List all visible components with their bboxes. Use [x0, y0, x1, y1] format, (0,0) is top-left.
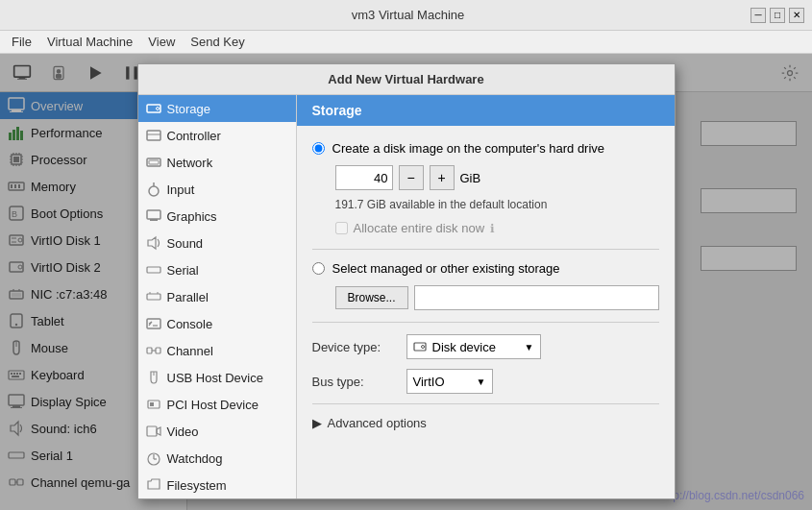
titlebar: vm3 Virtual Machine ─ □ ✕: [0, 0, 812, 31]
svg-rect-90: [150, 402, 154, 406]
modal-content-panel: Storage Create a disk image on the compu…: [297, 95, 675, 498]
maximize-button[interactable]: □: [770, 8, 785, 23]
hardware-list-watchdog-label: Watchdog: [167, 451, 223, 466]
svg-rect-70: [147, 131, 160, 140]
hardware-list-video[interactable]: Video: [138, 418, 296, 445]
menu-send-key[interactable]: Send Key: [183, 33, 252, 51]
svg-marker-78: [148, 237, 156, 249]
create-disk-radio[interactable]: [312, 142, 325, 155]
svg-point-97: [421, 346, 424, 349]
advanced-options-label: Advanced options: [328, 416, 427, 430]
svg-rect-68: [147, 105, 160, 112]
browse-path-input[interactable]: [414, 285, 659, 310]
hardware-list-watchdog[interactable]: Watchdog: [138, 445, 296, 472]
svg-point-69: [156, 108, 159, 110]
hardware-list-filesystem[interactable]: Filesystem: [138, 472, 296, 498]
bus-type-arrow: ▼: [477, 376, 486, 387]
minimize-button[interactable]: ─: [750, 8, 766, 23]
svg-rect-73: [149, 160, 159, 164]
content-body: Create a disk image on the computer's ha…: [297, 126, 675, 498]
console-list-icon: [146, 316, 161, 331]
disk-size-plus-button[interactable]: +: [430, 165, 455, 190]
menu-virtual-machine[interactable]: Virtual Machine: [39, 33, 140, 51]
advanced-options-row[interactable]: ▶ Advanced options: [312, 416, 659, 430]
modal-body: Storage Controller Network: [138, 95, 675, 498]
separator-1: [312, 249, 659, 250]
info-icon: ℹ: [490, 222, 495, 235]
bus-type-dropdown[interactable]: VirtIO ▼: [406, 369, 493, 394]
bus-type-row: Bus type: VirtIO ▼: [312, 369, 659, 394]
hardware-list-parallel-label: Parallel: [167, 290, 209, 304]
hardware-list-controller[interactable]: Controller: [138, 122, 296, 149]
video-list-icon: [146, 424, 161, 439]
browse-row: Browse...: [335, 285, 659, 310]
filesystem-list-icon: [146, 477, 161, 493]
controller-list-icon: [146, 128, 161, 143]
hardware-list-channel-label: Channel: [167, 344, 213, 358]
select-storage-radio[interactable]: [312, 262, 325, 275]
hardware-list-serial-label: Serial: [167, 263, 199, 278]
disk-size-row: − + GiB: [335, 165, 659, 190]
available-text: 191.7 GiB available in the default locat…: [335, 198, 659, 211]
hardware-list-network[interactable]: Network: [138, 149, 296, 176]
hardware-list-usb-host-label: USB Host Device: [167, 371, 263, 385]
hardware-list-channel[interactable]: Channel: [138, 337, 296, 364]
hardware-list-sound-label: Sound: [167, 236, 204, 251]
close-button[interactable]: ✕: [789, 8, 804, 23]
allocate-label: Allocate entire disk now: [354, 221, 485, 235]
device-type-row: Device type: Disk device ▼: [312, 334, 659, 359]
channel-list-icon: [146, 343, 161, 358]
content-header: Storage: [297, 95, 675, 126]
hardware-list: Storage Controller Network: [138, 95, 297, 498]
hardware-list-input[interactable]: Input: [138, 176, 296, 203]
svg-rect-91: [147, 426, 157, 436]
modal-overlay: Add New Virtual Hardware Storage: [0, 54, 812, 510]
hardware-list-network-label: Network: [167, 156, 213, 170]
add-hardware-modal: Add New Virtual Hardware Storage: [137, 63, 676, 499]
device-type-arrow: ▼: [525, 342, 534, 352]
svg-rect-80: [147, 294, 160, 300]
allocate-checkbox-row: Allocate entire disk now ℹ: [335, 221, 659, 235]
hardware-list-usb-host[interactable]: USB Host Device: [138, 364, 296, 391]
hardware-list-pci-host[interactable]: PCI Host Device: [138, 391, 296, 418]
svg-point-74: [149, 186, 159, 196]
disk-size-input[interactable]: [335, 165, 393, 190]
disk-size-minus-button[interactable]: −: [399, 165, 424, 190]
separator-3: [312, 403, 659, 404]
menu-view[interactable]: View: [140, 33, 183, 51]
serial-list-icon: [146, 262, 161, 278]
hardware-list-serial[interactable]: Serial: [138, 256, 296, 283]
graphics-list-icon: [146, 208, 161, 224]
browse-button[interactable]: Browse...: [335, 286, 408, 309]
usb-list-icon: [146, 370, 161, 385]
allocate-checkbox[interactable]: [335, 222, 348, 234]
hardware-list-storage[interactable]: Storage: [138, 95, 296, 122]
device-type-field-label: Device type:: [312, 340, 399, 354]
hardware-list-graphics[interactable]: Graphics: [138, 203, 296, 230]
menubar: File Virtual Machine View Send Key: [0, 31, 812, 54]
svg-rect-85: [147, 348, 152, 353]
disk-device-icon: [413, 340, 427, 353]
hardware-list-parallel[interactable]: Parallel: [138, 283, 296, 310]
svg-rect-77: [150, 219, 158, 221]
select-storage-label: Select managed or other existing storage: [332, 261, 560, 276]
hardware-list-pci-host-label: PCI Host Device: [167, 398, 258, 412]
window-controls: ─ □ ✕: [750, 8, 804, 23]
bus-type-value: VirtIO: [413, 375, 445, 389]
select-storage-radio-row: Select managed or other existing storage: [312, 261, 659, 276]
pci-list-icon: [146, 397, 161, 412]
disk-size-unit: GiB: [460, 171, 481, 185]
hardware-list-controller-label: Controller: [167, 129, 221, 143]
hardware-list-sound[interactable]: Sound: [138, 230, 296, 256]
input-list-icon: [146, 182, 161, 197]
network-list-icon: [146, 155, 161, 170]
menu-file[interactable]: File: [4, 33, 39, 51]
storage-list-icon: [146, 101, 161, 116]
create-disk-label: Create a disk image on the computer's ha…: [332, 141, 605, 156]
window-title: vm3 Virtual Machine: [65, 8, 750, 22]
hardware-list-storage-label: Storage: [167, 102, 211, 116]
svg-rect-79: [147, 267, 160, 273]
hardware-list-filesystem-label: Filesystem: [167, 478, 227, 493]
hardware-list-console[interactable]: Console: [138, 310, 296, 337]
device-type-dropdown[interactable]: Disk device ▼: [406, 334, 541, 359]
